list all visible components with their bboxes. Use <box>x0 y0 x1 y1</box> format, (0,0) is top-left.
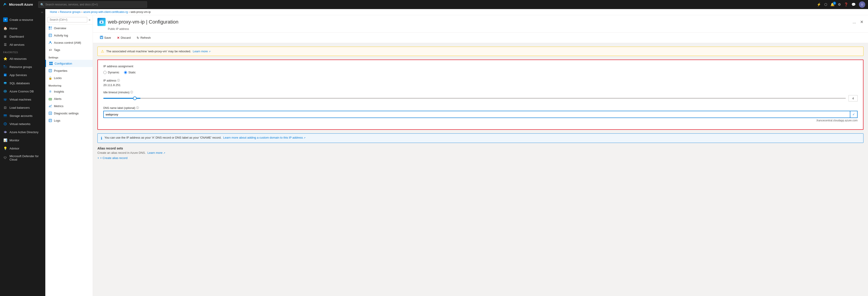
sidebar-item-advisor[interactable]: 💡 Advisor <box>0 144 45 153</box>
sidebar: ‹‹ + Create a resource 🏠 Home ⊞ Dashboar… <box>0 9 45 296</box>
sidebar-item-sql-databases[interactable]: SQL databases <box>0 79 45 87</box>
svg-point-36 <box>50 92 51 92</box>
breadcrumb: Home › Resource groups › azure-proxy-wit… <box>45 9 868 15</box>
notification-icon[interactable]: 🔔 1 <box>830 2 835 7</box>
metrics-icon <box>49 104 52 108</box>
dns-label-field-label: DNS name label (optional) ⓘ <box>103 106 858 110</box>
directory-icon[interactable]: ⬡ <box>824 2 827 7</box>
resource-nav-properties[interactable]: Properties <box>45 67 93 74</box>
alias-learn-more-link[interactable]: Learn more ↗ <box>148 151 165 155</box>
dynamic-radio-input[interactable] <box>103 71 106 74</box>
resource-search-input[interactable] <box>48 17 87 23</box>
resource-nav-diagnostic-settings[interactable]: Diagnostic settings <box>45 110 93 117</box>
alias-title: Alias record sets <box>97 146 864 150</box>
sidebar-item-all-services[interactable]: ☰ All services <box>0 40 45 49</box>
search-icon: 🔍 <box>40 3 44 6</box>
create-alias-record-link[interactable]: + + Create alias record <box>97 156 864 160</box>
sidebar-item-virtual-machines[interactable]: Virtual machines <box>0 95 45 103</box>
settings-icon[interactable]: ⚙ <box>838 2 841 7</box>
breadcrumb-resource-groups[interactable]: Resource groups <box>60 10 81 13</box>
sidebar-collapse-btn[interactable]: ‹‹ <box>0 9 45 15</box>
sidebar-item-microsoft-defender[interactable]: 🛡 Microsoft Defender for Cloud <box>0 153 45 163</box>
warning-learn-more-link[interactable]: Learn more ↗ <box>193 50 211 53</box>
favorites-label: FAVORITES <box>0 49 45 55</box>
svg-rect-38 <box>50 99 51 100</box>
resource-nav-activity-log[interactable]: Activity log <box>45 32 93 39</box>
properties-icon <box>49 69 52 72</box>
svg-rect-39 <box>49 107 52 107</box>
sidebar-item-app-services[interactable]: A App Services <box>0 71 45 79</box>
search-input[interactable] <box>45 3 145 6</box>
page-title: web-proxy-vm-ip | Configuration <box>108 19 178 25</box>
sidebar-create-resource[interactable]: + Create a resource <box>0 15 45 24</box>
sidebar-item-storage-accounts[interactable]: Storage accounts <box>0 112 45 120</box>
static-radio-option[interactable]: Static <box>124 71 136 74</box>
azure-logo-icon <box>3 2 7 7</box>
content-area: web-proxy-vm-ip | Configuration ... ✕ Pu… <box>93 15 868 296</box>
resource-nav-overview[interactable]: Overview <box>45 25 93 32</box>
resource-nav-logs[interactable]: Logs <box>45 117 93 124</box>
svg-rect-12 <box>4 114 7 116</box>
svg-rect-27 <box>51 62 53 63</box>
svg-rect-0 <box>4 66 7 68</box>
refresh-button[interactable]: ↻ Refresh <box>134 35 153 41</box>
insights-icon <box>49 90 52 93</box>
app-services-icon: A <box>3 73 7 77</box>
notification-badge: 1 <box>833 2 836 5</box>
idle-timeout-info-icon[interactable]: ⓘ <box>130 90 133 94</box>
resource-nav-locks[interactable]: 🔒 Locks <box>45 74 93 81</box>
dns-name-input[interactable] <box>103 111 850 118</box>
svg-rect-51 <box>101 36 102 37</box>
ip-info-icon[interactable]: ⓘ <box>117 78 120 83</box>
sidebar-item-home[interactable]: 🏠 Home <box>0 24 45 32</box>
alias-external-icon: ↗ <box>163 152 165 154</box>
cloud-shell-icon[interactable]: ⚡ <box>817 2 821 7</box>
ip-address-value: 20.111.8.251 <box>103 83 858 87</box>
defender-icon: 🛡 <box>3 156 7 160</box>
resource-nav-insights[interactable]: Insights <box>45 88 93 95</box>
resource-nav-tags[interactable]: 🏷 Tags <box>45 46 93 54</box>
more-options-icon[interactable]: ... <box>852 20 856 25</box>
external-link-icon: ↗ <box>209 50 211 53</box>
dns-input-row: ✓ <box>103 111 858 118</box>
idle-timeout-slider-track[interactable] <box>103 98 846 99</box>
alias-plus-icon: + <box>97 156 99 160</box>
slider-thumb[interactable] <box>133 96 136 100</box>
overview-icon <box>49 26 52 30</box>
sidebar-item-resource-groups[interactable]: Resource groups <box>0 63 45 71</box>
svg-rect-26 <box>50 62 51 63</box>
resource-nav-access-control[interactable]: Access control (IAM) <box>45 39 93 46</box>
breadcrumb-home[interactable]: Home <box>50 10 57 13</box>
dynamic-radio-option[interactable]: Dynamic <box>103 71 119 74</box>
sidebar-item-dashboard[interactable]: ⊞ Dashboard <box>0 32 45 40</box>
resource-nav-collapse-btn[interactable]: « <box>89 18 90 22</box>
static-radio-input[interactable] <box>124 71 127 74</box>
monitor-icon: 📊 <box>3 138 7 142</box>
resource-nav-alerts[interactable]: Alerts <box>45 95 93 102</box>
save-button[interactable]: Save <box>97 34 114 41</box>
sidebar-item-cosmos-db[interactable]: Azure Cosmos DB <box>0 87 45 95</box>
save-icon <box>100 36 103 40</box>
sidebar-item-load-balancers[interactable]: ⊡ Load balancers <box>0 103 45 112</box>
breadcrumb-rg-name[interactable]: azure-proxy-with-client-certificates-rg <box>83 10 128 13</box>
sidebar-item-monitor[interactable]: 📊 Monitor <box>0 136 45 144</box>
settings-section-label: Settings <box>45 54 93 60</box>
cosmos-db-icon <box>3 89 7 93</box>
user-avatar[interactable]: U <box>859 1 865 8</box>
sidebar-item-azure-active-directory[interactable]: AD Azure Active Directory <box>0 128 45 136</box>
sidebar-item-all-resources[interactable]: ⭐ All resources <box>0 55 45 63</box>
resource-search-bar: « <box>45 15 93 25</box>
resource-nav-metrics[interactable]: Metrics <box>45 102 93 110</box>
access-control-icon <box>49 41 52 44</box>
close-panel-icon[interactable]: ✕ <box>860 20 864 25</box>
dns-info-icon[interactable]: ⓘ <box>136 106 139 110</box>
search-bar[interactable]: 🔍 <box>38 1 147 8</box>
discard-icon: ✕ <box>117 36 120 40</box>
help-icon[interactable]: ❓ <box>844 2 848 7</box>
discard-button[interactable]: ✕ Discard <box>115 35 133 41</box>
feedback-icon[interactable]: 💬 <box>851 2 856 7</box>
resource-nav-configuration[interactable]: Configuration <box>45 60 93 67</box>
warning-triangle-icon: ⚠ <box>101 49 104 54</box>
sidebar-item-virtual-networks[interactable]: Virtual networks <box>0 120 45 128</box>
custom-domain-learn-more-link[interactable]: Learn more about adding a custom domain … <box>223 136 305 139</box>
